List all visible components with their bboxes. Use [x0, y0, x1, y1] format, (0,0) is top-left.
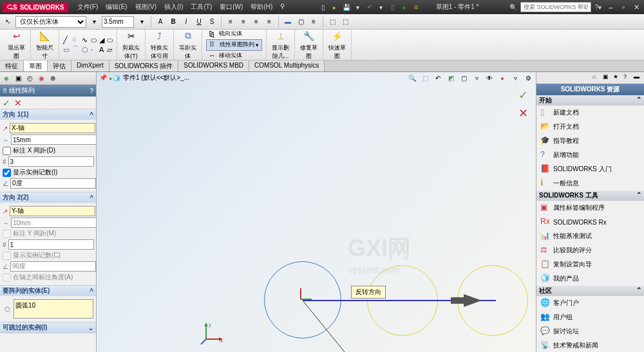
minimize-icon[interactable]: ‒ [605, 3, 616, 12]
align-justify-icon[interactable]: ≡ [264, 17, 274, 27]
appearance-icon[interactable]: ● [497, 73, 507, 83]
community-section-header[interactable]: 社区⌃ [536, 286, 644, 296]
pm-help-icon[interactable]: ? [90, 88, 93, 95]
zoom-area-icon[interactable]: ⬚ [420, 73, 430, 83]
new-icon[interactable]: ▯ [319, 3, 328, 12]
fillet-icon[interactable]: ◢ [99, 36, 104, 44]
confirm-corner-ok-icon[interactable]: ✓ [515, 88, 531, 103]
menu-help[interactable]: 帮助(H) [247, 1, 276, 13]
repair-button[interactable]: 🔧 修复草 图 [299, 28, 319, 62]
pm-tab3-icon[interactable]: ◴ [24, 73, 35, 84]
circle-icon[interactable]: ○ [72, 35, 79, 43]
copy-settings-link[interactable]: 📋复制设置向导 [536, 257, 644, 272]
strike-icon[interactable]: S [207, 17, 217, 27]
rect-icon[interactable]: ▭ [63, 46, 70, 54]
pm-tab4-icon[interactable]: ◉ [36, 73, 46, 84]
menu-window[interactable]: 窗口(W) [216, 1, 247, 13]
text-icon[interactable]: A [99, 46, 104, 53]
close-icon[interactable]: ✕ [631, 3, 641, 12]
view-orient-icon[interactable]: ▢ [459, 73, 469, 83]
open-icon[interactable]: ▸ [330, 3, 339, 12]
dir2-axis-input[interactable] [10, 206, 95, 216]
my-products-link[interactable]: 🧊我的产品 [536, 272, 644, 286]
reference-triad[interactable]: y x [200, 320, 225, 347]
tp-tab2-icon[interactable]: ▣ [603, 73, 612, 82]
start-section-header[interactable]: 开始⌃ [536, 95, 644, 106]
polygon-icon[interactable]: ⬡ [82, 46, 88, 54]
dir2-count-input[interactable] [8, 239, 94, 250]
menu-insert[interactable]: 插入(I) [160, 1, 187, 13]
exit-sketch-button[interactable]: ↩ 退出草 图 [6, 28, 26, 62]
arc-icon[interactable]: ⌒ [72, 44, 79, 54]
weight-icon[interactable]: ≡ [308, 17, 319, 27]
direction2-header[interactable]: 方向 2(2)^ [0, 192, 96, 203]
dimension-input[interactable] [102, 16, 134, 28]
reverse-dir1-icon[interactable]: ↗ [3, 124, 8, 133]
pm-tab5-icon[interactable]: ⊕ [48, 73, 58, 84]
tp-tab1-icon[interactable]: ⌂ [592, 73, 601, 82]
color-icon[interactable]: ▬ [283, 17, 293, 27]
entities-header[interactable]: 要阵列的实体(E)^ [0, 286, 96, 296]
tab-features[interactable]: 特征 [0, 60, 24, 71]
benchmark-link[interactable]: 📊性能基准测试 [536, 229, 644, 243]
tab-mbd[interactable]: SOLIDWORKS MBD [178, 60, 249, 71]
rebuild-icon[interactable]: ● [400, 3, 409, 12]
move-button[interactable]: ↔移动实体 [206, 51, 245, 61]
underline-icon[interactable]: U [194, 17, 204, 27]
reverse-dir2-icon[interactable]: ↗ [3, 207, 8, 216]
font-style-select[interactable]: 仅仅长仿宋体 [15, 16, 86, 28]
section-icon[interactable]: ◩ [446, 73, 456, 83]
dir1-axis-input[interactable] [10, 123, 95, 133]
search-icon[interactable]: 🔍 [509, 3, 518, 12]
pm-tab2-icon[interactable]: ▣ [13, 73, 23, 84]
convert-button[interactable]: ⤴ 转换实 体引用 [149, 28, 169, 62]
new-document-link[interactable]: ▯新建文档 [536, 106, 644, 120]
getting-started-link[interactable]: 📕SOLIDWORKS 入门 [536, 162, 644, 176]
tp-tab3-icon[interactable]: ★ [613, 73, 622, 82]
font-dropdown[interactable]: ▾ [89, 17, 99, 27]
dir1-count-input[interactable] [8, 156, 94, 167]
redo-icon[interactable]: ▾ [377, 3, 386, 12]
dim-dropdown[interactable]: ▾ [137, 17, 147, 27]
rx-link[interactable]: RxSOLIDWORKS Rx [536, 215, 644, 229]
prev-view-icon[interactable]: ↶ [433, 73, 443, 83]
property-tab-link[interactable]: ▣属性标签编制程序 [536, 201, 644, 215]
tp-close-icon[interactable]: ▬ [634, 73, 643, 82]
ok-icon[interactable]: ✓ [3, 98, 10, 108]
general-info-link[interactable]: ℹ一般信息 [536, 176, 644, 190]
menu-view[interactable]: 视图(V) [131, 1, 160, 13]
style-a-icon[interactable]: A [155, 17, 166, 27]
pattern-button[interactable]: ⠿线性草图阵列▾ [206, 39, 262, 51]
select-icon[interactable]: ▯ [388, 3, 397, 12]
dir1-angle-input[interactable] [10, 178, 96, 189]
pm-tab1-icon[interactable]: ◈ [1, 73, 12, 84]
display-button[interactable]: ⊥ 显示删 除几... [270, 28, 290, 62]
confirm-corner-cancel-icon[interactable]: ✕ [515, 106, 531, 121]
tutorials-link[interactable]: 🎓指导教程 [536, 134, 644, 148]
dim-x-spacing-check[interactable] [3, 147, 11, 155]
hide-show-icon[interactable]: 👁 [484, 73, 495, 83]
menu-pin-icon[interactable]: ⚲ [276, 1, 289, 13]
cancel-icon[interactable]: ✕ [14, 98, 22, 108]
layer-icon[interactable]: ▢ [296, 17, 306, 27]
smart-dimension-button[interactable]: 📐 智能尺 寸 [35, 28, 55, 62]
whats-new-link[interactable]: ?新增功能 [536, 148, 644, 162]
compare-score-link[interactable]: ⚖比较我的评分 [536, 243, 644, 257]
menu-tools[interactable]: 工具(T) [187, 1, 216, 13]
trim-button[interactable]: ✂ 剪裁实 体(T) [121, 28, 141, 62]
plane-icon[interactable]: ▱ [107, 46, 113, 54]
display-style-icon[interactable]: ▿ [471, 73, 482, 83]
tools-section-header[interactable]: SOLIDWORKS 工具⌃ [536, 190, 644, 201]
skip-header[interactable]: 可跳过的实例(I)⌄ [0, 322, 96, 333]
help-dropdown-icon[interactable]: ?▾ [594, 3, 603, 12]
line-icon[interactable]: ╱ [63, 36, 70, 44]
point-icon[interactable]: · [91, 46, 97, 53]
align-left-icon[interactable]: ≡ [225, 17, 236, 27]
undo-icon[interactable]: ↶ [365, 3, 374, 12]
zoom-fit-icon[interactable]: 🔍 [407, 73, 417, 83]
save-icon[interactable]: 💾 [342, 3, 351, 12]
news-link[interactable]: 📡技术警戒和新闻 [536, 338, 644, 352]
tab-dimxpert[interactable]: DimXpert [71, 60, 109, 71]
graphics-area[interactable]: 📌 ▸🧊 零件1 (默认<<默认>_... 🔍 ⬚ ↶ ◩ ▢ ▿ 👁 ● ▿ … [97, 72, 536, 352]
user-group-link[interactable]: 👥用户组 [536, 310, 644, 324]
